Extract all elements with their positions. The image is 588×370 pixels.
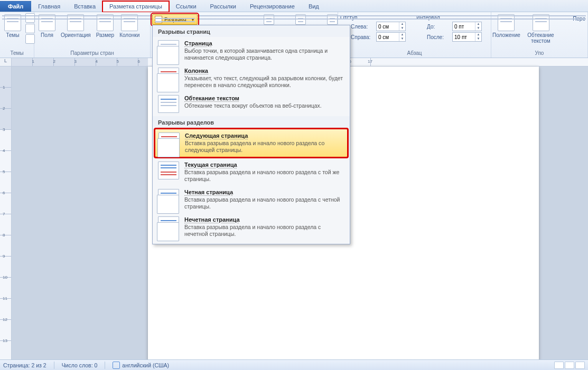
tab-insert[interactable]: Вставка [67, 1, 102, 12]
spacing-after-icon [416, 33, 425, 41]
dropdown-section-page-breaks: Разрывы страниц [153, 25, 350, 37]
themes-icon [4, 14, 21, 31]
wrap-text-icon [533, 14, 549, 31]
position-icon [498, 14, 515, 31]
indent-left-input[interactable] [377, 24, 399, 30]
spacing-after-label: После: [427, 34, 450, 40]
group-label-themes: Темы [2, 49, 32, 58]
section-next-desc: Вставка разрыва раздела и начало нового … [185, 140, 344, 154]
odd-page-break-icon [158, 216, 179, 234]
position-label: Положение [492, 32, 520, 38]
continuous-break-icon [158, 162, 179, 179]
spacing-before-icon [416, 22, 425, 31]
breaks-dropdown: Разрывы страниц СтраницаВыбор точки, в к… [152, 25, 350, 244]
status-sep [105, 362, 105, 369]
section-break-next-page[interactable]: Следующая страницаВставка разрыва раздел… [155, 129, 348, 157]
theme-effects-icon[interactable] [25, 34, 35, 44]
columns-icon [121, 14, 138, 31]
vertical-ruler[interactable]: 12345678910111213 [0, 67, 12, 359]
group-label-arrange: Упо [493, 49, 585, 58]
section-break-continuous[interactable]: Текущая страницаВставка разрыва раздела … [153, 158, 350, 186]
indent-right-input[interactable] [377, 34, 399, 40]
position-button[interactable]: Положение [493, 13, 519, 39]
ribbon-tabs: Файл Главная Вставка Разметка страницы С… [0, 0, 588, 12]
section-odd-title: Нечетная страница [184, 216, 240, 223]
status-words[interactable]: Число слов: 0 [62, 362, 98, 368]
orientation-label: Ориентация [61, 32, 91, 38]
view-print-layout-button[interactable] [554, 362, 564, 369]
spacing-before-spinner[interactable]: ▲▼ [452, 22, 482, 31]
status-view-buttons [554, 362, 585, 369]
tab-review[interactable]: Рецензирование [243, 1, 302, 12]
theme-color-pickers[interactable] [25, 13, 35, 44]
wrap-text-label: Обтекание текстом [522, 32, 559, 44]
section-break-even-page[interactable]: Четная страницаВставка разрыва раздела и… [153, 186, 350, 213]
text-wrap-break-icon [158, 95, 179, 113]
columns-button[interactable]: Колонки [117, 13, 142, 39]
spacing-after-spinner[interactable]: ▲▼ [452, 32, 482, 42]
tab-view[interactable]: Вид [302, 1, 326, 12]
spacing-after-input[interactable] [453, 34, 475, 40]
indent-left-spinner[interactable]: ▲▼ [376, 22, 406, 31]
themes-label: Темы [6, 32, 19, 38]
section-odd-desc: Вставка разрыва раздела и начало нового … [184, 224, 344, 238]
section-even-title: Четная страница [184, 189, 233, 195]
theme-colors-icon[interactable] [25, 13, 35, 23]
group-label-page-setup: Параметры стран [36, 49, 148, 58]
wrap-text-button[interactable]: Обтекание текстом [520, 13, 561, 45]
indent-left-label: Слева: [351, 24, 374, 30]
indent-right-label: Справа: [351, 34, 374, 40]
view-web-layout-button[interactable] [575, 362, 585, 369]
dropdown-section-section-breaks: Разрывы разделов [153, 116, 350, 128]
page-break-icon [158, 40, 179, 58]
break-option-column[interactable]: КолонкаУказывает, что текст, следующий з… [153, 64, 350, 92]
status-bar: Страница: 2 из 2 Число слов: 0 английски… [0, 359, 588, 370]
tab-page-layout[interactable]: Разметка страницы [102, 1, 169, 12]
size-button[interactable]: Размер [94, 13, 116, 39]
size-icon [97, 14, 114, 31]
break-column-desc: Указывает, что текст, следующий за разры… [184, 75, 344, 89]
section-break-odd-page[interactable]: Нечетная страницаВставка разрыва раздела… [153, 213, 350, 241]
break-option-page[interactable]: СтраницаВыбор точки, в которой заканчива… [153, 37, 350, 64]
orientation-icon [67, 14, 84, 31]
group-label-paragraph: Абзац [340, 49, 489, 58]
size-label: Размер [96, 32, 114, 38]
view-full-screen-button[interactable] [565, 362, 574, 369]
status-lang[interactable]: английский (США) [113, 362, 169, 369]
status-sep [54, 362, 54, 369]
margins-label: Поля [41, 32, 53, 38]
orientation-button[interactable]: Ориентация [59, 13, 93, 39]
send-backward-icon[interactable] [562, 24, 571, 32]
tab-references[interactable]: Ссылки [169, 1, 203, 12]
margins-icon [39, 14, 55, 31]
tab-mailings[interactable]: Рассылки [203, 1, 243, 12]
break-column-title: Колонка [184, 68, 208, 74]
section-next-title: Следующая страница [185, 132, 248, 139]
theme-fonts-icon[interactable] [25, 24, 35, 33]
ribbon: Темы Темы Поля Ориентация Размер Колонки… [0, 12, 588, 58]
next-page-break-icon [158, 132, 180, 150]
even-page-break-icon [158, 189, 179, 207]
ruler-corner[interactable]: L [0, 58, 12, 67]
section-even-desc: Вставка разрыва раздела и начало нового … [184, 196, 344, 210]
break-page-desc: Выбор точки, в которой заканчивается одн… [184, 48, 344, 61]
spacing-before-label: До: [427, 24, 450, 30]
status-page[interactable]: Страница: 2 из 2 [3, 362, 46, 368]
breaks-button[interactable]: Разрывы ▼ [152, 14, 198, 25]
section-cont-title: Текущая страница [184, 162, 237, 168]
margins-button[interactable]: Поля [36, 13, 58, 39]
section-cont-desc: Вставка разрыва раздела и начало нового … [184, 169, 344, 183]
tab-file[interactable]: Файл [0, 1, 31, 12]
break-wrap-desc: Обтекание текста вокруг объектов на веб-… [184, 102, 322, 109]
spacing-before-input[interactable] [453, 24, 475, 30]
spacing-block: Интервал До: ▲▼ После: ▲▼ [416, 13, 482, 42]
columns-label: Колонки [119, 32, 139, 38]
break-option-text-wrap[interactable]: Обтекание текстомОбтекание текста вокруг… [153, 92, 350, 116]
breaks-icon [155, 16, 162, 23]
themes-button[interactable]: Темы [2, 13, 23, 39]
tab-home[interactable]: Главная [31, 1, 67, 12]
status-lang-text: английский (США) [122, 362, 169, 368]
break-page-title: Страница [184, 40, 212, 46]
break-wrap-title: Обтекание текстом [184, 95, 239, 101]
indent-right-spinner[interactable]: ▲▼ [376, 32, 406, 42]
